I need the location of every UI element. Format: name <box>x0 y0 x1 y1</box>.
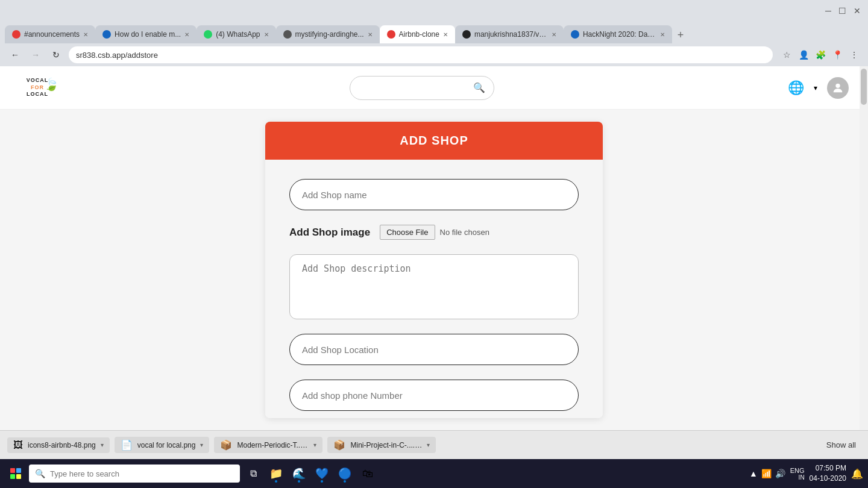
logo-leaf-icon: 🍃 <box>44 77 59 92</box>
site-header: VOCAL FOR LOCAL 🍃 🔍 🌐 ▾ <box>0 66 868 110</box>
extensions-icon[interactable]: 🧩 <box>814 48 827 61</box>
search-box: 🔍 <box>350 76 494 100</box>
notification-bell-icon[interactable]: 🔔 <box>851 468 863 480</box>
tab-label: #announcements <box>24 30 80 39</box>
svg-point-0 <box>835 83 840 87</box>
user-avatar[interactable] <box>827 77 849 99</box>
shop-location-input[interactable] <box>289 334 579 365</box>
chevron-down-icon: ▾ <box>814 84 817 92</box>
scrollbar[interactable] <box>860 66 868 430</box>
download-chevron-icon[interactable]: ▾ <box>200 442 203 448</box>
windows-icon <box>10 468 21 479</box>
download-file-icon: 🖼 <box>13 440 23 451</box>
new-tab-button[interactable]: + <box>672 27 689 43</box>
reload-button[interactable]: ↻ <box>48 47 64 63</box>
taskbar-search-icon: 🔍 <box>35 469 45 478</box>
start-button[interactable] <box>5 463 27 484</box>
download-chevron-icon[interactable]: ▾ <box>101 442 104 448</box>
download-item-3[interactable]: 📦 Modern-Periodic-T....zip ▾ <box>214 437 322 453</box>
file-explorer-icon[interactable]: 📁 <box>265 463 287 484</box>
taskbar-search-input[interactable] <box>50 469 234 478</box>
tab-favicon <box>204 30 212 39</box>
clock-time: 07:50 PM <box>810 463 846 474</box>
download-file-icon: 📦 <box>333 439 345 451</box>
logo-for-text: FOR <box>31 84 44 92</box>
edge-browser-icon[interactable]: 🌊 <box>288 463 310 484</box>
settings-icon[interactable]: ⋮ <box>848 48 861 61</box>
address-bar-container: sr838.csb.app/addstore <box>69 46 773 63</box>
search-icon: 🔍 <box>473 82 485 93</box>
profile-icon[interactable]: 👤 <box>797 48 810 61</box>
logo: VOCAL FOR LOCAL 🍃 <box>19 72 55 104</box>
download-item-1[interactable]: 🖼 icons8-airbnb-48.png ▾ <box>7 437 110 453</box>
tab-mystifying[interactable]: mystifying-ardinghe... ✕ <box>276 25 380 43</box>
tab-how-do-i[interactable]: How do I enable m... ✕ <box>95 25 197 43</box>
store-icon[interactable]: 🛍 <box>357 463 379 484</box>
download-item-2[interactable]: 📄 vocal for local.png ▾ <box>115 437 210 453</box>
tab-label: Airbnb-clone <box>399 30 439 39</box>
download-item-4[interactable]: 📦 Mini-Project-in-C-....zip ▾ <box>327 437 436 453</box>
chrome-icon[interactable]: 🔵 <box>334 463 356 484</box>
tab-announcements[interactable]: #announcements ✕ <box>5 25 95 43</box>
restore-button[interactable]: ☐ <box>838 6 846 16</box>
download-file-icon: 📦 <box>220 439 232 451</box>
chevron-up-icon[interactable]: ▲ <box>749 469 758 478</box>
minimize-button[interactable]: ─ <box>825 6 831 16</box>
tab-whatsapp[interactable]: (4) WhatsApp ✕ <box>197 25 275 43</box>
tab-close-icon[interactable]: ✕ <box>552 31 556 38</box>
tab-bar: #announcements ✕ How do I enable m... ✕ … <box>0 22 868 43</box>
bookmark-icon[interactable]: ☆ <box>780 48 793 61</box>
address-bar-input[interactable]: sr838.csb.app/addstore <box>69 46 773 63</box>
forward-button[interactable]: → <box>28 47 43 63</box>
title-bar: ─ ☐ ✕ <box>0 0 868 22</box>
tab-favicon <box>571 30 579 39</box>
tab-close-icon[interactable]: ✕ <box>184 31 189 38</box>
header-right: 🌐 ▾ <box>788 77 849 99</box>
tab-close-icon[interactable]: ✕ <box>264 31 269 38</box>
taskbar: 🔍 ⧉ 📁 🌊 💙 🔵 🛍 ▲ 📶 🔊 <box>0 459 868 488</box>
tab-favicon <box>462 30 471 39</box>
tab-favicon <box>102 30 111 39</box>
close-button[interactable]: ✕ <box>854 6 861 16</box>
logo-local-text: LOCAL <box>27 91 48 98</box>
network-icon[interactable]: 📶 <box>761 469 772 478</box>
clock-date: 04-10-2020 <box>810 474 846 484</box>
form-title: ADD SHOP <box>400 134 468 147</box>
region-indicator: IN <box>799 474 805 481</box>
download-chevron-icon[interactable]: ▾ <box>313 442 316 448</box>
user-icon <box>831 81 844 95</box>
taskbar-pinned-apps: ⧉ 📁 🌊 💙 🔵 🛍 <box>242 463 379 484</box>
tab-close-icon[interactable]: ✕ <box>368 31 373 38</box>
shop-phone-input[interactable] <box>289 380 579 411</box>
language-dropdown[interactable]: ▾ <box>814 84 817 92</box>
show-all-button[interactable]: Show all <box>822 438 861 452</box>
tab-hacknight[interactable]: HackNight 2020: Das... ✕ <box>564 25 672 43</box>
browser-chrome: ─ ☐ ✕ #announcements ✕ How do I enable m… <box>0 0 868 66</box>
location-pin-icon[interactable]: 📍 <box>831 48 844 61</box>
search-input[interactable] <box>359 83 473 93</box>
shop-description-input[interactable] <box>289 254 579 319</box>
tab-airbnb-clone[interactable]: Airbnb-clone ✕ <box>380 25 455 43</box>
volume-icon[interactable]: 🔊 <box>775 469 785 478</box>
scrollbar-thumb[interactable] <box>861 69 867 105</box>
choose-file-button[interactable]: Choose File <box>380 225 435 240</box>
tab-close-icon[interactable]: ✕ <box>83 31 88 38</box>
tab-close-icon[interactable]: ✕ <box>443 31 448 38</box>
tab-label: HackNight 2020: Das... <box>583 30 656 39</box>
tab-favicon <box>12 30 20 39</box>
system-clock[interactable]: 07:50 PM 04-10-2020 <box>810 463 846 484</box>
task-view-button[interactable]: ⧉ <box>242 463 264 484</box>
download-bar: 🖼 icons8-airbnb-48.png ▾ 📄 vocal for loc… <box>0 430 868 459</box>
back-button[interactable]: ← <box>7 47 23 63</box>
address-bar-icons: ☆ 👤 🧩 📍 ⋮ <box>780 48 861 61</box>
globe-icon[interactable]: 🌐 <box>788 80 804 96</box>
vscode-icon[interactable]: 💙 <box>311 463 333 484</box>
tab-favicon <box>283 30 292 39</box>
system-tray-icons: ▲ 📶 🔊 <box>749 469 785 478</box>
tab-label: mystifying-ardinghe... <box>295 30 364 39</box>
tab-close-icon[interactable]: ✕ <box>660 31 665 38</box>
lang-indicator: ENG <box>790 467 805 474</box>
shop-name-input[interactable] <box>289 179 579 210</box>
tab-manjukrishna[interactable]: manjukrishna1837/vo... ✕ <box>455 25 564 43</box>
download-chevron-icon[interactable]: ▾ <box>427 442 430 448</box>
